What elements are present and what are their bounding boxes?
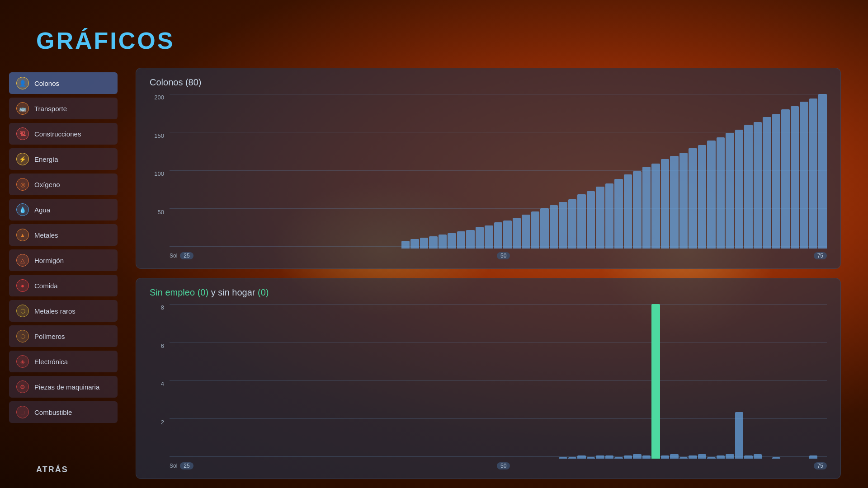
sidebar-item-oxigeno[interactable]: ◎Oxígeno: [9, 174, 118, 195]
chart-colonos-xaxis: Sol255075: [170, 250, 827, 259]
chart-unemployed-xaxis: Sol255075: [170, 460, 827, 469]
bar: [605, 183, 614, 249]
sidebar-item-hormigon[interactable]: △Hormigón: [9, 249, 118, 271]
bar: [726, 133, 734, 249]
bar: [513, 218, 521, 249]
transporte-icon: 🚌: [16, 102, 29, 115]
colonos-icon: 👤: [16, 77, 29, 89]
bar: [476, 227, 484, 249]
sidebar-item-polimeros[interactable]: ⬡Polímeros: [9, 325, 118, 347]
sidebar-item-label-colonos: Colonos: [34, 80, 59, 87]
sidebar-item-label-energia: Energía: [34, 155, 58, 163]
x-label-50: 50: [497, 462, 510, 469]
bar: [429, 236, 438, 249]
bar: [707, 457, 716, 459]
sidebar-item-electronica[interactable]: ◈Electrónica: [9, 351, 118, 372]
bar: [809, 455, 818, 459]
bar: [744, 455, 753, 459]
x-label-75: 75: [814, 462, 827, 469]
bar: [754, 454, 762, 459]
chart-unemployed-yaxis: 8642: [150, 304, 164, 469]
sidebar-item-metales[interactable]: ▲Metales: [9, 224, 118, 246]
bar: [587, 191, 595, 249]
chart-unemployed-bars: [170, 304, 827, 459]
bar: [559, 457, 567, 459]
sidebar-item-label-metales: Metales: [34, 231, 58, 239]
bar: [577, 455, 586, 459]
bar: [642, 167, 651, 249]
bar: [596, 187, 604, 249]
sidebar-item-comida[interactable]: ●Comida: [9, 275, 118, 296]
sidebar-item-piezas[interactable]: ⚙Piezas de maquinaria: [9, 376, 118, 398]
bar: [494, 222, 503, 249]
chart-unemployed-inner: Sol255075: [170, 304, 827, 469]
bar: [531, 211, 540, 249]
sidebar-item-agua[interactable]: 💧Agua: [9, 199, 118, 221]
bar: [457, 231, 466, 249]
agua-icon: 💧: [16, 203, 29, 216]
bar: [624, 174, 632, 249]
bar: [698, 145, 707, 249]
bar: [735, 412, 744, 459]
content-area: 👤Colonos🚌Transporte🏗Construcciones⚡Energ…: [0, 68, 868, 488]
bar: [633, 454, 642, 459]
bar: [689, 148, 697, 249]
bar: [642, 455, 651, 459]
bar: [726, 454, 734, 459]
bar: [717, 137, 725, 249]
y-label: 150: [154, 132, 164, 139]
x-sol-prefix: Sol: [170, 253, 177, 259]
bar: [679, 457, 688, 459]
bar: [689, 455, 697, 459]
sidebar-item-transporte[interactable]: 🚌Transporte: [9, 98, 118, 119]
bar: [522, 215, 530, 249]
sidebar-item-label-metales_raros: Metales raros: [34, 307, 75, 315]
bar: [661, 455, 670, 459]
chart-unemployed-body: 8642 Sol255075: [150, 304, 827, 469]
bar: [568, 457, 577, 459]
x-sol-num: 25: [180, 252, 193, 259]
bar: [448, 233, 456, 249]
oxigeno-icon: ◎: [16, 178, 29, 191]
bar: [577, 194, 586, 249]
main-container: GRÁFICOS 👤Colonos🚌Transporte🏗Construccio…: [0, 0, 868, 488]
sidebar-item-label-oxigeno: Oxígeno: [34, 181, 60, 188]
bar: [540, 208, 549, 249]
chart-unemployed-count1: (0): [198, 287, 208, 297]
sidebar-item-colonos[interactable]: 👤Colonos: [9, 72, 118, 94]
bar: [809, 99, 818, 249]
sidebar-item-construcciones[interactable]: 🏗Construcciones: [9, 123, 118, 145]
bar: [401, 241, 410, 249]
sidebar-item-label-agua: Agua: [34, 206, 50, 214]
bar: [624, 455, 632, 459]
x-sol-num: 25: [180, 462, 193, 469]
bar: [698, 454, 707, 459]
back-button[interactable]: ATRÁS: [0, 456, 127, 488]
sidebar-item-metales_raros[interactable]: ⬡Metales raros: [9, 300, 118, 322]
bar: [707, 141, 716, 249]
sidebar-item-combustible[interactable]: □Combustible: [9, 401, 118, 423]
comida-icon: ●: [16, 279, 29, 292]
bar: [661, 159, 670, 249]
bar: [744, 125, 753, 249]
chart-colonos-title: Colonos (80): [150, 77, 827, 88]
x-label-sol: Sol25: [170, 462, 193, 469]
bar: [679, 153, 688, 249]
polimeros-icon: ⬡: [16, 330, 29, 343]
y-label: 50: [158, 209, 164, 216]
bar: [568, 199, 577, 249]
bar: [559, 202, 567, 249]
bar: [772, 114, 781, 249]
chart-unemployed-count2: (0): [258, 287, 269, 297]
sidebar-item-label-transporte: Transporte: [34, 105, 67, 113]
chart-unemployed-title: Sin empleo (0) y sin hogar (0): [150, 287, 827, 298]
chart-colonos-yaxis: 20015010050: [150, 94, 164, 259]
y-label: 100: [154, 170, 164, 177]
sidebar-item-energia[interactable]: ⚡Energía: [9, 148, 118, 170]
x-label-sol: Sol25: [170, 252, 193, 259]
x-label-50: 50: [497, 252, 510, 259]
construcciones-icon: 🏗: [16, 127, 29, 140]
y-label: 8: [161, 304, 164, 311]
sidebar-item-label-polimeros: Polímeros: [34, 333, 65, 340]
bar: [763, 117, 771, 249]
